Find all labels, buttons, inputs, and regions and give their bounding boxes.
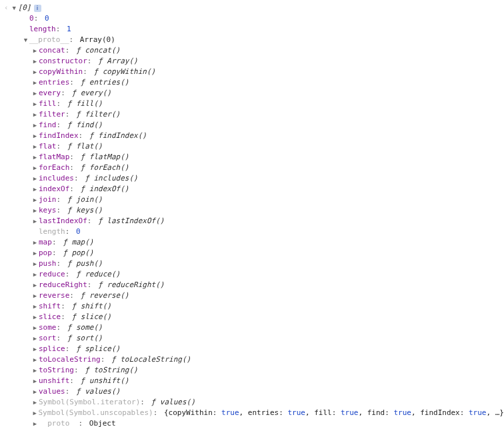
method-row[interactable]: ▶copyWithin: ƒ copyWithin() xyxy=(4,67,504,77)
triangle-right-icon[interactable]: ▶ xyxy=(32,418,38,427)
property-key: pop xyxy=(39,248,52,258)
method-row[interactable]: ▶flat: ƒ flat() xyxy=(4,141,504,152)
method-row[interactable]: ▶flatMap: ƒ flatMap() xyxy=(4,152,504,163)
method-row[interactable]: ▶every: ƒ every() xyxy=(4,88,504,99)
function-marker: ƒ xyxy=(71,88,76,99)
triangle-right-icon[interactable]: ▶ xyxy=(32,322,38,333)
method-row[interactable]: ▶keys: ƒ keys() xyxy=(4,205,504,216)
method-row[interactable]: ▶slice: ƒ slice() xyxy=(4,312,504,322)
function-marker: ƒ xyxy=(71,312,76,322)
triangle-right-icon[interactable]: ▶ xyxy=(32,173,38,184)
triangle-right-icon[interactable]: ▶ xyxy=(32,184,38,195)
triangle-right-icon[interactable]: ▶ xyxy=(32,67,38,77)
property-key: some xyxy=(39,322,57,333)
triangle-right-icon[interactable]: ▶ xyxy=(32,333,38,344)
method-row[interactable]: ▶findIndex: ƒ findIndex() xyxy=(4,131,504,141)
triangle-right-icon[interactable]: ▶ xyxy=(32,131,38,141)
method-row[interactable]: ▶toLocaleString: ƒ toLocaleString() xyxy=(4,354,504,365)
triangle-right-icon[interactable]: ▶ xyxy=(32,141,38,152)
triangle-down-icon[interactable]: ▼ xyxy=(23,35,29,45)
method-row[interactable]: ▶indexOf: ƒ indexOf() xyxy=(4,184,504,195)
own-property-row[interactable]: ▶length: 1 xyxy=(4,24,504,35)
method-row[interactable]: ▶values: ƒ values() xyxy=(4,386,504,397)
method-row[interactable]: ▶map: ƒ map() xyxy=(4,237,504,248)
function-name: fill() xyxy=(76,99,103,109)
triangle-right-icon[interactable]: ▶ xyxy=(32,344,38,354)
method-row[interactable]: ▶find: ƒ find() xyxy=(4,120,504,131)
function-marker: ƒ xyxy=(98,216,103,226)
symbol-iterator-row[interactable]: ▶ Symbol(Symbol.iterator): ƒ values() xyxy=(4,397,504,408)
function-name: every() xyxy=(81,88,111,99)
top-row[interactable]: ‹ ▼ [0] i xyxy=(4,3,504,13)
array-summary[interactable]: [0] xyxy=(18,3,31,13)
triangle-right-icon[interactable]: ▶ xyxy=(32,280,38,290)
method-row[interactable]: ▶lastIndexOf: ƒ lastIndexOf() xyxy=(4,216,504,226)
method-row[interactable]: ▶reduce: ƒ reduce() xyxy=(4,269,504,280)
proto-object-row[interactable]: ▶ __proto__: Object xyxy=(4,418,504,427)
triangle-right-icon[interactable]: ▶ xyxy=(32,216,38,226)
method-row[interactable]: ▶some: ƒ some() xyxy=(4,322,504,333)
property-value: Object xyxy=(89,418,116,427)
method-row[interactable]: ▶includes: ƒ includes() xyxy=(4,173,504,184)
method-row[interactable]: ▶push: ƒ push() xyxy=(4,258,504,269)
triangle-right-icon[interactable]: ▶ xyxy=(32,56,38,67)
triangle-right-icon[interactable]: ▶ xyxy=(32,397,38,408)
length-row[interactable]: ▶ length: 0 xyxy=(4,226,504,237)
method-row[interactable]: ▶splice: ƒ splice() xyxy=(4,344,504,354)
triangle-right-icon[interactable]: ▶ xyxy=(32,301,38,312)
triangle-down-icon[interactable]: ▼ xyxy=(11,3,17,13)
method-row[interactable]: ▶join: ƒ join() xyxy=(4,195,504,205)
property-key: lastIndexOf xyxy=(39,216,87,226)
method-row[interactable]: ▶shift: ƒ shift() xyxy=(4,301,504,312)
property-key: splice xyxy=(39,344,65,354)
method-row[interactable]: ▶concat: ƒ concat() xyxy=(4,45,504,56)
method-row[interactable]: ▶pop: ƒ pop() xyxy=(4,248,504,258)
triangle-right-icon[interactable]: ▶ xyxy=(32,258,38,269)
proto-row[interactable]: ▼ __proto__: Array(0) xyxy=(4,35,504,45)
symbol-unscopables-row[interactable]: ▶ Symbol(Symbol.unscopables): {copyWithi… xyxy=(4,408,504,418)
property-key: concat xyxy=(39,45,65,56)
property-key: slice xyxy=(39,312,61,322)
function-name: pop() xyxy=(71,248,93,258)
triangle-right-icon[interactable]: ▶ xyxy=(32,120,38,131)
triangle-right-icon[interactable]: ▶ xyxy=(32,269,38,280)
method-row[interactable]: ▶unshift: ƒ unshift() xyxy=(4,376,504,386)
triangle-right-icon[interactable]: ▶ xyxy=(32,312,38,322)
triangle-right-icon[interactable]: ▶ xyxy=(32,237,38,248)
triangle-right-icon[interactable]: ▶ xyxy=(32,354,38,365)
property-value: 0 xyxy=(76,226,81,237)
method-row[interactable]: ▶forEach: ƒ forEach() xyxy=(4,163,504,173)
triangle-right-icon[interactable]: ▶ xyxy=(32,109,38,120)
triangle-right-icon[interactable]: ▶ xyxy=(32,152,38,163)
triangle-right-icon[interactable]: ▶ xyxy=(32,88,38,99)
triangle-right-icon[interactable]: ▶ xyxy=(32,248,38,258)
triangle-right-icon[interactable]: ▶ xyxy=(32,290,38,301)
function-name: Array() xyxy=(107,56,137,67)
triangle-right-icon[interactable]: ▶ xyxy=(32,195,38,205)
method-row[interactable]: ▶sort: ƒ sort() xyxy=(4,333,504,344)
method-row[interactable]: ▶constructor: ƒ Array() xyxy=(4,56,504,67)
triangle-right-icon[interactable]: ▶ xyxy=(32,163,38,173)
triangle-right-icon[interactable]: ▶ xyxy=(32,45,38,56)
method-row[interactable]: ▶fill: ƒ fill() xyxy=(4,99,504,109)
triangle-right-icon[interactable]: ▶ xyxy=(32,386,38,397)
triangle-right-icon[interactable]: ▶ xyxy=(32,365,38,376)
method-row[interactable]: ▶entries: ƒ entries() xyxy=(4,77,504,88)
function-name: reverse() xyxy=(89,290,129,301)
property-key: push xyxy=(39,258,57,269)
info-icon[interactable]: i xyxy=(34,5,41,12)
property-key: join xyxy=(39,195,57,205)
triangle-right-icon[interactable]: ▶ xyxy=(32,77,38,88)
triangle-right-icon[interactable]: ▶ xyxy=(32,99,38,109)
method-row[interactable]: ▶toString: ƒ toString() xyxy=(4,365,504,376)
method-row[interactable]: ▶reverse: ƒ reverse() xyxy=(4,290,504,301)
method-row[interactable]: ▶reduceRight: ƒ reduceRight() xyxy=(4,280,504,290)
method-row[interactable]: ▶filter: ƒ filter() xyxy=(4,109,504,120)
own-property-row[interactable]: ▶0: 0 xyxy=(4,13,504,24)
triangle-right-icon[interactable]: ▶ xyxy=(32,408,37,418)
function-marker: ƒ xyxy=(71,301,76,312)
triangle-right-icon[interactable]: ▶ xyxy=(32,205,38,216)
spacer: ▶ xyxy=(32,226,38,237)
triangle-right-icon[interactable]: ▶ xyxy=(32,376,38,386)
function-name: keys() xyxy=(76,205,103,216)
